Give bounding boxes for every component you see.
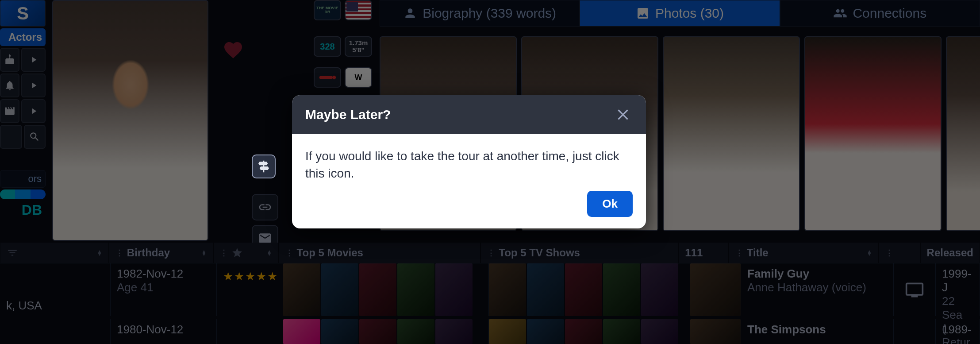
table-header-row: ▲▼ ⋮ Birthday ▲▼ ⋮ ▲▼ ⋮ Top 5 Movies ⋮ T… [0,243,980,263]
movie-poster[interactable] [283,319,320,344]
table-row: 1980-Nov-12 The Simpsons 1989- [0,319,980,344]
funnel-icon [7,247,18,259]
cell-type [894,263,936,316]
photo-thumb[interactable] [946,36,980,231]
th-released[interactable]: Released [920,243,980,263]
tab-connections-label: Connections [853,6,926,21]
tab-biography[interactable]: Biography (339 words) [380,0,580,27]
sidebar-ors-label[interactable]: ors [0,170,46,188]
tab-bar: Biography (339 words) Photos (30) Connec… [380,0,980,27]
photo-thumb[interactable] [804,36,942,231]
popover-body: If you would like to take the tour at an… [292,134,646,186]
th-top-tv[interactable]: ⋮ Top 5 TV Shows [480,243,678,263]
link-button[interactable] [252,194,278,220]
sidebar-empty [0,125,22,149]
play-2-button[interactable] [21,73,46,97]
search-icon[interactable] [24,125,46,149]
th-count[interactable]: 111 [678,243,728,263]
badge-row-1: THE MOVIEDB [314,0,372,20]
photo-thumb[interactable] [663,36,800,231]
close-icon [614,106,632,124]
th-title-label: Title [747,247,769,259]
popover-header: Maybe Later? [292,95,646,134]
cell-title: The Simpsons [741,319,894,344]
popover-title: Maybe Later? [305,107,391,122]
tab-biography-label: Biography (339 words) [423,6,556,21]
th-top-movies[interactable]: ⋮ Top 5 Movies [279,243,481,263]
play-1-button[interactable] [21,48,46,72]
th-title[interactable]: ⋮ Title ▲▼ [729,243,879,263]
th-star[interactable]: ⋮ ▲▼ [213,243,279,263]
id-badge[interactable]: 328 [314,36,341,57]
bell-icon[interactable] [0,73,19,97]
cell-birthday: 1980-Nov-12 [111,319,217,344]
cell-thumb [690,319,741,344]
movie-poster[interactable] [435,263,473,316]
badge-row-2: 328 1.73m5'8" [314,36,372,57]
tour-signpost-icon[interactable] [252,155,276,178]
th-count-label: 111 [685,247,703,259]
movie-poster[interactable] [321,263,358,316]
movie-poster[interactable] [435,319,473,344]
tour-popover: Maybe Later? If you would like to take t… [292,95,646,228]
tab-photos-label: Photos (30) [655,6,724,21]
th-type[interactable]: ⋮ [879,243,920,263]
th-birthday[interactable]: ⋮ Birthday ▲▼ [109,243,213,263]
tv-poster[interactable] [489,263,526,316]
cell-top-movies [283,319,489,344]
cell-thumb [690,263,741,316]
play-3-button[interactable] [21,99,46,123]
sidebar-actors-label[interactable]: Actors [0,28,46,46]
th-released-label: Released [927,247,973,259]
tv-poster[interactable] [641,263,678,316]
thermometer-badge[interactable] [314,67,341,88]
flag-usa-icon[interactable] [345,0,372,20]
th-birthday-label: Birthday [127,247,170,259]
tv-poster[interactable] [565,263,602,316]
cell-stars: ★★★★★ [217,263,283,316]
cell-type [894,319,936,344]
movie-poster[interactable] [397,319,434,344]
th-top-movies-label: Top 5 Movies [297,247,363,259]
wikipedia-badge[interactable]: W [345,67,372,88]
cell-released: 1989- [936,319,980,344]
movie-poster[interactable] [321,319,358,344]
title-thumb[interactable] [690,263,741,316]
title-thumb[interactable] [690,319,741,344]
svg-point-1 [332,76,336,79]
cell-birthday: 1982-Nov-12 Age 41 [111,263,217,316]
star-rating: ★★★★★ [223,270,277,283]
cell-top-movies [283,263,489,316]
tv-icon [905,280,924,300]
height-badge[interactable]: 1.73m5'8" [345,36,372,57]
profile-main-photo[interactable] [52,0,208,241]
tmdb-badge[interactable]: THE MOVIEDB [314,0,341,20]
progress-bar [0,189,46,199]
db-label: DB [0,201,46,219]
th-top-tv-label: Top 5 TV Shows [499,247,580,259]
tv-poster[interactable] [603,263,640,316]
app-logo[interactable]: S [0,0,46,27]
tv-poster[interactable] [603,319,640,344]
star-icon [231,247,243,259]
cell-stars [217,319,283,344]
close-button[interactable] [613,105,633,124]
movie-poster[interactable] [397,263,434,316]
tab-connections[interactable]: Connections [780,0,980,27]
tv-poster[interactable] [527,319,564,344]
tv-poster[interactable] [565,319,602,344]
tv-poster[interactable] [527,263,564,316]
favorite-heart-button[interactable] [220,37,246,63]
badge-row-3: W [314,67,372,88]
birthday-icon[interactable] [0,48,19,72]
th-blank[interactable]: ▲▼ [0,243,109,263]
movie-poster[interactable] [359,263,396,316]
movie-poster[interactable] [283,263,320,316]
tv-poster[interactable] [641,319,678,344]
film-icon[interactable] [0,99,19,123]
tv-poster[interactable] [489,319,526,344]
ok-button[interactable]: Ok [587,191,633,217]
movie-poster[interactable] [359,319,396,344]
tab-photos[interactable]: Photos (30) [580,0,780,27]
cell-released: 1999-J 22 Sea ( Retur [936,263,980,316]
